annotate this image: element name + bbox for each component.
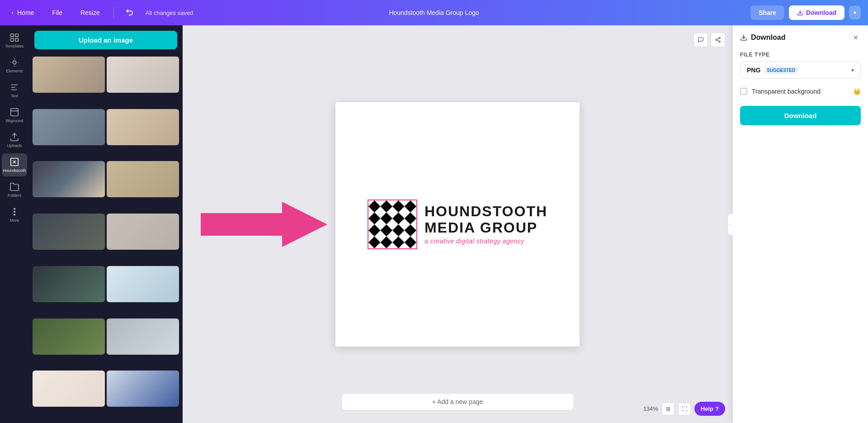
list-item[interactable] (107, 214, 179, 250)
grid-view-button[interactable]: ⊞ (662, 403, 675, 415)
file-type-label: File type (740, 52, 861, 58)
share-tool-button[interactable] (711, 33, 725, 47)
svg-point-10 (14, 211, 15, 213)
panel-title: Download (740, 33, 785, 42)
sidebar-item-uploads[interactable]: Uploads (2, 128, 27, 152)
logo-text-area: HOUNDSTOOTH MEDIA GROUP a creative digit… (425, 204, 547, 244)
home-label: Home (17, 9, 34, 16)
left-panel: Upload an image (29, 25, 183, 423)
zoom-bar: 134% ⊞ ⛶ Help ? (643, 402, 725, 416)
background-label: Bkground (6, 119, 24, 123)
svg-point-11 (14, 214, 15, 215)
list-item[interactable] (107, 109, 179, 145)
main-layout: Templates Elements Text Bkground Uploads (0, 25, 868, 423)
list-item[interactable] (107, 371, 179, 407)
sidebar-item-houndstooth[interactable]: Houndstooth (2, 153, 27, 176)
file-type-chevron-icon: ▾ (851, 67, 854, 73)
upload-image-button[interactable]: Upload an image (34, 31, 177, 49)
svg-point-9 (14, 208, 15, 209)
resize-label: Resize (80, 9, 100, 16)
upload-icon (9, 132, 19, 142)
help-label: Help (701, 405, 713, 412)
svg-rect-2 (15, 34, 18, 37)
download-panel-icon (740, 34, 747, 41)
panel-download-button[interactable]: Download (740, 106, 861, 125)
logo-subtitle: a creative digital strategy agency (425, 238, 547, 245)
sidebar-item-elements[interactable]: Elements (2, 54, 27, 77)
logo-container: HOUNDSTOOTH MEDIA GROUP a creative digit… (368, 200, 547, 249)
file-menu[interactable]: File (47, 6, 67, 19)
svg-line-16 (717, 40, 719, 41)
more-icon (9, 207, 19, 217)
text-label: Text (11, 94, 19, 98)
svg-marker-12 (201, 202, 327, 247)
sidebar-item-text[interactable]: Text (2, 79, 27, 102)
download-panel: › Download × File type PNG SUGGESTED ▾ T… (732, 25, 868, 423)
list-item[interactable] (107, 318, 179, 355)
svg-point-14 (716, 39, 717, 41)
panel-close-button[interactable]: × (850, 33, 861, 43)
elements-label: Elements (6, 69, 23, 73)
zoom-level: 134% (643, 405, 658, 412)
crown-icon: 👑 (853, 88, 861, 95)
panel-header: Download × (740, 33, 861, 43)
list-item[interactable] (107, 266, 179, 302)
list-item[interactable] (33, 371, 105, 407)
uploads-label: Uploads (7, 143, 22, 148)
svg-point-5 (13, 61, 16, 64)
fullscreen-button[interactable]: ⛶ (678, 403, 691, 415)
sidebar-item-folders[interactable]: Folders (2, 178, 27, 201)
document-title: Houndstooth Media Group Logo (389, 9, 479, 16)
download-main-button[interactable]: Download (789, 5, 844, 20)
svg-point-15 (719, 41, 721, 43)
svg-point-13 (719, 37, 721, 39)
help-icon: ? (715, 405, 719, 412)
list-item[interactable] (33, 318, 105, 355)
arrow-decoration (201, 197, 327, 252)
svg-rect-3 (11, 38, 14, 41)
list-item[interactable] (107, 161, 179, 197)
background-icon (9, 107, 19, 117)
list-item[interactable] (107, 57, 179, 93)
file-label: File (52, 9, 62, 16)
add-page-button[interactable]: + Add a new page (341, 393, 574, 410)
folders-label: Folders (8, 193, 21, 198)
image-grid (29, 55, 183, 423)
canvas-page: HOUNDSTOOTH MEDIA GROUP a creative digit… (335, 102, 580, 347)
home-nav[interactable]: ‹ Home (7, 6, 38, 19)
undo-button[interactable] (123, 6, 137, 19)
folder-icon (9, 182, 19, 192)
download-chevron-button[interactable]: ▾ (849, 6, 861, 19)
share-button[interactable]: Share (750, 5, 784, 20)
help-button[interactable]: Help ? (694, 402, 725, 416)
file-type-select[interactable]: PNG SUGGESTED ▾ (740, 62, 861, 79)
file-type-name: PNG (747, 67, 760, 74)
list-item[interactable] (33, 266, 105, 302)
sidebar-item-templates[interactable]: Templates (2, 29, 27, 52)
logo-main-line1: HOUNDSTOOTH MEDIA GROUP (425, 204, 547, 235)
logo-icon-box (368, 200, 417, 249)
list-item[interactable] (33, 161, 105, 197)
svg-rect-6 (11, 109, 19, 116)
resize-menu[interactable]: Resize (76, 6, 104, 19)
panel-collapse-button[interactable]: › (727, 214, 733, 235)
sidebar-item-background[interactable]: Bkground (2, 104, 27, 127)
brand-icon (9, 157, 19, 167)
svg-rect-1 (11, 34, 14, 37)
transparent-checkbox[interactable] (740, 88, 747, 95)
divider (113, 7, 114, 18)
comment-button[interactable] (693, 33, 708, 47)
svg-rect-4 (15, 38, 18, 41)
list-item[interactable] (33, 57, 105, 93)
sidebar-item-more[interactable]: More (2, 203, 27, 226)
more-label: More (10, 218, 19, 223)
file-type-left: PNG SUGGESTED (747, 67, 798, 74)
list-item[interactable] (33, 109, 105, 145)
canvas-area: HOUNDSTOOTH MEDIA GROUP a creative digit… (183, 25, 732, 423)
download-label: Download (806, 9, 836, 16)
list-item[interactable] (33, 214, 105, 250)
svg-line-17 (717, 38, 719, 39)
save-status: All changes saved (146, 10, 193, 16)
transparent-label: Transparent background (752, 88, 849, 95)
shapes-icon (9, 57, 19, 67)
